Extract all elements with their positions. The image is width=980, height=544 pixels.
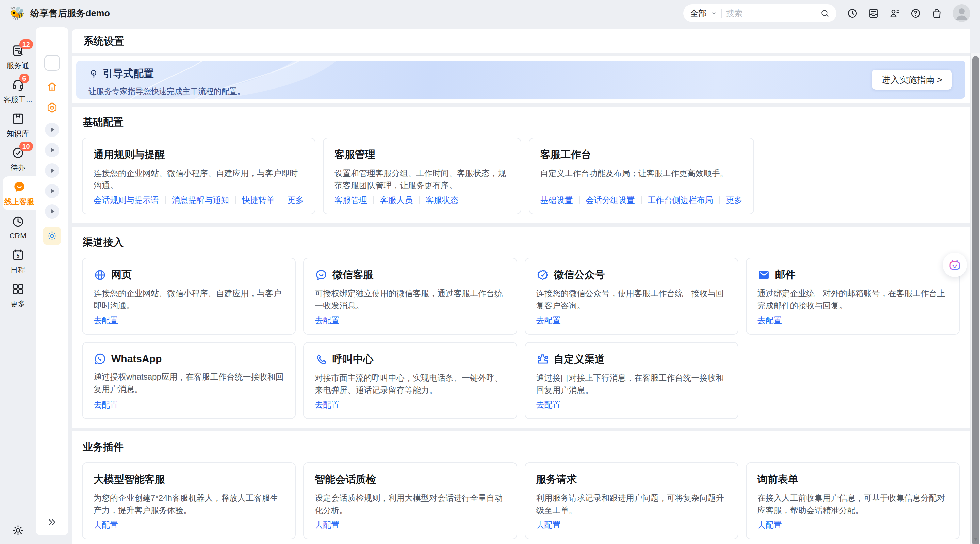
contacts-icon[interactable] [889, 8, 900, 19]
rail-button-nav-4[interactable] [45, 184, 59, 198]
link-divider [235, 196, 236, 204]
section-basic-config: 基础配置通用规则与提醒连接您的企业网站、微信小程序、自建应用，与客户即时沟通。会… [72, 107, 970, 223]
notification-badge: 10 [19, 142, 33, 151]
service-note-icon: 12 [11, 44, 25, 57]
card-title: 微信公众号 [554, 268, 605, 282]
rail-button-workspace[interactable] [46, 101, 58, 114]
changelog-doc-icon[interactable] [868, 8, 879, 19]
section-business-plugins: 业务插件大模型智能客服为您的企业创建7*24h客服机器人，释放人工客服生产力，提… [72, 431, 970, 544]
search-scope-select[interactable]: 全部 [690, 8, 706, 19]
card-link[interactable]: 去配置 [757, 520, 782, 530]
secondary-rail [36, 27, 68, 535]
banner-description: 让服务专家指导您快速完成主干流程的配置。 [89, 86, 953, 97]
plus-icon [48, 59, 56, 67]
implementation-guide-button[interactable]: 进入实施指南 > [872, 70, 952, 89]
card-link[interactable]: 去配置 [536, 520, 561, 530]
card-link[interactable]: 去配置 [94, 315, 118, 326]
ai-assistant-button[interactable] [943, 253, 967, 277]
sidebar-settings-button[interactable] [0, 524, 36, 536]
home-icon [46, 80, 58, 93]
page-header: 系统设置 [72, 29, 970, 53]
card-link[interactable]: 客服管理 [334, 195, 367, 206]
link-divider [373, 196, 374, 204]
link-divider [165, 196, 166, 204]
guide-banner: 引导式配置 让服务专家指导您快速完成主干流程的配置。 进入实施指南 > [76, 61, 966, 99]
card-title: 通用规则与提醒 [94, 148, 165, 162]
topbar-actions: 全部 搜索 [683, 5, 970, 22]
shopping-bag-icon[interactable] [931, 8, 943, 19]
card-link[interactable]: 去配置 [315, 315, 339, 326]
collapse-rail-button[interactable] [47, 517, 57, 528]
card-link[interactable]: 基础设置 [540, 195, 573, 206]
rail-button-add[interactable] [44, 55, 60, 71]
card-title: 微信客服 [332, 268, 373, 282]
sidebar-item-online-kefu[interactable]: 线上客服 [3, 176, 36, 211]
card-title: 呼叫中心 [332, 353, 373, 366]
card-description: 自定义工作台功能及布局；让客服工作更高效顺手。 [540, 167, 743, 179]
sidebar-item-richeng[interactable]: 5日程 [0, 244, 36, 278]
scrollbar-down-arrow[interactable]: ▼ [971, 536, 980, 542]
card-link[interactable]: 去配置 [315, 399, 339, 410]
card-description: 连接您的企业网站、微信小程序、自建应用，与客户即时沟通。 [94, 287, 284, 312]
play-icon [45, 163, 59, 178]
search-icon[interactable] [820, 8, 830, 18]
card-link[interactable]: 工作台侧边栏布局 [648, 195, 713, 206]
card-title: 客服工作台 [540, 148, 592, 162]
link-divider [641, 196, 642, 204]
card-title: 客服管理 [334, 148, 375, 162]
page-title: 系统设置 [83, 34, 124, 48]
card-link[interactable]: 去配置 [536, 315, 561, 326]
help-icon[interactable] [910, 8, 921, 19]
card-link[interactable]: 客服状态 [426, 195, 458, 206]
sidebar-item-label: 线上客服 [5, 197, 34, 207]
sidebar-item-label: CRM [9, 231, 26, 240]
rail-button-nav-1[interactable] [45, 123, 59, 137]
card-llm-agent: 大模型智能客服为您的企业创建7*24h客服机器人，释放人工客服生产力，提升客户服… [82, 462, 296, 539]
card-link[interactable]: 更多 [288, 195, 304, 206]
sidebar-item-fuwutong[interactable]: 12服务通 [0, 40, 36, 74]
search-input[interactable]: 搜索 [726, 8, 816, 19]
notification-badge: 12 [19, 40, 33, 49]
card-description: 连接您的微信公众号，使用客服工作台统一接收与回复客户咨询。 [536, 287, 727, 312]
card-link[interactable]: 快捷转单 [242, 195, 275, 206]
rail-button-nav-5[interactable] [45, 204, 59, 219]
app-title: 纷享售后服务demo [30, 7, 110, 19]
card-link[interactable]: 去配置 [94, 399, 118, 410]
card-link[interactable]: 会话规则与提示语 [94, 195, 159, 206]
scrollbar-thumb[interactable] [972, 56, 979, 544]
rail-button-settings[interactable] [43, 227, 61, 245]
section-title: 渠道接入 [83, 236, 959, 249]
gear-icon [12, 524, 24, 536]
sidebar-item-label: 更多 [11, 299, 25, 309]
card-email: 邮件通过绑定企业统一对外的邮箱账号，在客服工作台上完成邮件的接收与回复。去配置 [746, 258, 959, 335]
sidebar-item-daiban[interactable]: 10待办 [0, 142, 36, 176]
card-link[interactable]: 去配置 [315, 520, 339, 530]
rail-button-nav-2[interactable] [45, 143, 59, 157]
play-icon [45, 143, 59, 157]
sidebar-item-more[interactable]: 更多 [0, 278, 36, 313]
play-icon [45, 204, 59, 219]
rail-button-home[interactable] [46, 80, 58, 93]
link-divider [281, 196, 282, 204]
user-avatar[interactable] [953, 5, 970, 22]
sidebar-item-kefu-gongzuotai[interactable]: 6客服工... [0, 74, 36, 108]
sidebar-item-label: 知识库 [7, 129, 29, 139]
hexagon-eye-icon [46, 101, 58, 114]
card-link[interactable]: 去配置 [94, 520, 118, 530]
history-clock-icon[interactable] [846, 8, 858, 19]
card-link[interactable]: 更多 [726, 195, 743, 206]
sidebar-item-zhishiku[interactable]: 知识库 [0, 108, 36, 142]
bulb-icon [89, 69, 99, 79]
sidebar-item-crm[interactable]: CRM [0, 211, 36, 244]
global-search[interactable]: 全部 搜索 [683, 5, 837, 22]
card-link[interactable]: 去配置 [536, 399, 561, 410]
card-call-center: 呼叫中心对接市面主流的呼叫中心，实现电话条、一键外呼、来电弹屏、通话记录留存等能… [303, 342, 517, 419]
rail-button-nav-3[interactable] [45, 163, 59, 178]
card-link[interactable]: 去配置 [757, 315, 782, 326]
card-title: 询前表单 [757, 472, 798, 487]
card-link[interactable]: 会话分组设置 [586, 195, 635, 206]
card-link[interactable]: 消息提醒与通知 [172, 195, 229, 206]
card-wechat-oa: 微信公众号连接您的微信公众号，使用客服工作台统一接收与回复客户咨询。去配置 [525, 258, 738, 335]
card-link[interactable]: 客服人员 [380, 195, 413, 206]
section-title: 基础配置 [83, 115, 959, 129]
